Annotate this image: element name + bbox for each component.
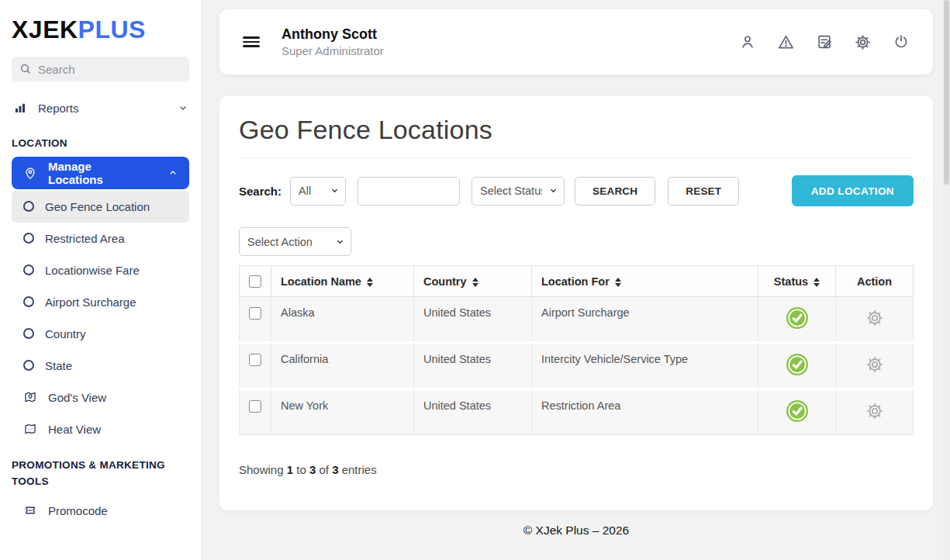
chevron-down-icon	[178, 103, 188, 112]
row-settings-icon[interactable]	[865, 401, 885, 421]
status-active-icon[interactable]	[786, 353, 809, 376]
sidebar-item-label: Geo Fence Location	[45, 200, 150, 213]
sort-icon	[615, 278, 621, 287]
radio-circle-icon	[23, 233, 34, 244]
table-row: California United States Intercity Vehic…	[240, 343, 914, 389]
reset-button[interactable]: RESET	[668, 177, 739, 206]
cell-location-for: Airport Surcharge	[532, 297, 758, 343]
row-checkbox[interactable]	[249, 354, 261, 366]
bar-chart-icon	[13, 101, 27, 115]
sidebar-item-country[interactable]: Country	[12, 318, 189, 350]
heat-map-icon	[23, 422, 37, 436]
user-block: Anthony Scott Super Administrator	[282, 26, 384, 57]
status-active-icon[interactable]	[786, 399, 809, 423]
status-active-icon[interactable]	[786, 306, 809, 330]
search-button[interactable]: SEARCH	[575, 177, 655, 206]
row-settings-icon[interactable]	[865, 308, 885, 328]
sidebar-item-label: Reports	[38, 102, 79, 115]
user-name: Anthony Scott	[282, 26, 384, 43]
cell-location-name: Alaska	[271, 297, 414, 343]
power-icon[interactable]	[893, 33, 910, 50]
bulk-action-select[interactable]: Select Action	[239, 227, 351, 256]
table-row: Alaska United States Airport Surcharge	[240, 297, 914, 343]
cell-location-name: New York	[271, 389, 414, 435]
sidebar-item-locationwise-fare[interactable]: Locationwise Fare	[12, 254, 189, 286]
brand-secondary: PLUS	[78, 16, 146, 43]
divider	[239, 157, 914, 158]
sidebar-item-state[interactable]: State	[12, 350, 189, 382]
sidebar-item-label: God's View	[48, 391, 106, 404]
column-header-location-name[interactable]: Location Name	[271, 266, 414, 297]
sidebar-item-label: Country	[45, 327, 86, 340]
brand-primary: XJEK	[12, 16, 78, 43]
sidebar-item-promocode[interactable]: Promocode	[12, 495, 189, 527]
table-header-row: Location Name Country Location For Statu…	[240, 266, 914, 297]
table-row: New York United States Restriction Area	[240, 389, 914, 435]
gear-icon[interactable]	[854, 33, 872, 51]
column-header-status[interactable]: Status	[758, 266, 836, 297]
search-input[interactable]	[38, 63, 181, 76]
cell-country: United States	[414, 389, 532, 435]
cell-location-for: Intercity Vehicle/Service Type	[532, 343, 758, 389]
edit-document-icon[interactable]	[816, 33, 833, 50]
radio-circle-icon	[23, 264, 34, 275]
column-header-country[interactable]: Country	[414, 266, 532, 297]
sidebar-search[interactable]	[12, 57, 189, 81]
radio-circle-icon	[23, 328, 34, 339]
column-header-action: Action	[836, 266, 914, 297]
sort-icon	[367, 278, 373, 287]
sidebar-item-geo-fence-location[interactable]: Geo Fence Location	[12, 191, 189, 223]
user-role: Super Administrator	[282, 44, 384, 57]
sidebar-item-heat-view[interactable]: Heat View	[12, 413, 189, 445]
user-icon[interactable]	[739, 33, 756, 50]
sidebar-item-label: Manage Locations	[48, 160, 147, 186]
sidebar: XJEKPLUS Reports LOCATION Manage Locatio…	[0, 0, 202, 560]
cell-location-name: California	[271, 343, 414, 389]
top-bar: Anthony Scott Super Administrator	[219, 9, 933, 74]
page-title: Geo Fence Locations	[239, 115, 914, 145]
row-checkbox[interactable]	[249, 307, 261, 320]
ticket-icon	[23, 503, 37, 517]
column-header-location-for[interactable]: Location For	[532, 266, 758, 297]
scrollbar-thumb[interactable]	[944, 0, 949, 185]
sidebar-item-label: Airport Surcharge	[45, 296, 136, 309]
sidebar-item-reports[interactable]: Reports	[12, 92, 189, 123]
sidebar-item-restricted-area[interactable]: Restricted Area	[12, 223, 189, 254]
sidebar-item-label: Restricted Area	[45, 232, 125, 245]
content-card: Geo Fence Locations Search: All Select S…	[219, 96, 933, 510]
menu-icon[interactable]	[243, 34, 260, 50]
page-scrollbar[interactable]	[943, 0, 950, 560]
search-icon	[19, 63, 32, 75]
sidebar-item-label: Heat View	[48, 423, 101, 436]
add-location-button[interactable]: ADD LOCATION	[792, 175, 914, 206]
sidebar-item-gods-view[interactable]: God's View	[12, 382, 189, 413]
chevron-up-icon	[168, 168, 178, 178]
sort-icon	[472, 278, 478, 287]
section-location: LOCATION	[12, 136, 189, 152]
radio-circle-icon	[23, 201, 34, 212]
row-checkbox[interactable]	[249, 400, 261, 413]
sidebar-item-airport-surcharge[interactable]: Airport Surcharge	[12, 286, 189, 318]
pagination-summary: Showing 1 to 3 of 3 entries	[239, 463, 914, 476]
sidebar-item-label: State	[45, 359, 72, 372]
alert-triangle-icon[interactable]	[777, 33, 795, 51]
cell-location-for: Restriction Area	[532, 389, 758, 435]
sidebar-item-label: Promocode	[48, 504, 108, 517]
location-pin-icon	[23, 166, 37, 180]
main-area: Anthony Scott Super Administrator Geo Fe…	[202, 0, 950, 560]
radio-circle-icon	[23, 360, 34, 371]
radio-circle-icon	[23, 296, 34, 307]
cell-country: United States	[414, 343, 532, 389]
sidebar-item-manage-locations[interactable]: Manage Locations	[12, 157, 189, 189]
section-promotions: PROMOTIONS & MARKETING TOOLS	[12, 458, 167, 490]
sidebar-item-label: Locationwise Fare	[45, 264, 140, 277]
status-select[interactable]: Select Status	[472, 177, 565, 206]
footer-copyright: © XJek Plus – 2026	[219, 524, 933, 538]
search-text-input[interactable]	[358, 177, 460, 206]
row-settings-icon[interactable]	[865, 354, 885, 375]
search-type-select[interactable]: All	[290, 177, 346, 206]
brand-logo: XJEKPLUS	[12, 16, 189, 44]
search-label: Search:	[239, 185, 282, 198]
select-all-checkbox[interactable]	[249, 275, 261, 288]
map-pin-map-icon	[23, 390, 37, 404]
